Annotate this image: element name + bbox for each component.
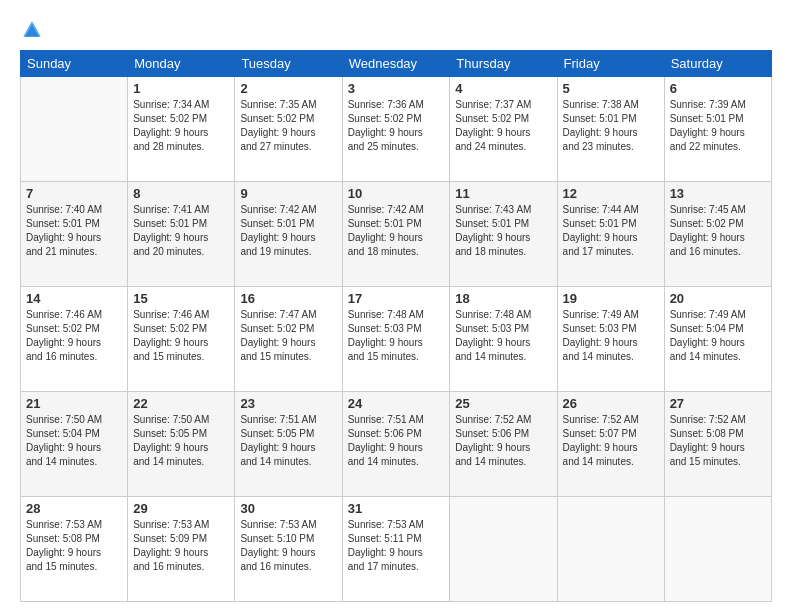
weekday-header-tuesday: Tuesday [235,51,342,77]
logo-icon [22,20,42,40]
calendar-cell: 25Sunrise: 7:52 AM Sunset: 5:06 PM Dayli… [450,392,557,497]
day-info: Sunrise: 7:49 AM Sunset: 5:03 PM Dayligh… [563,308,659,364]
day-info: Sunrise: 7:46 AM Sunset: 5:02 PM Dayligh… [133,308,229,364]
calendar-cell: 1Sunrise: 7:34 AM Sunset: 5:02 PM Daylig… [128,77,235,182]
day-info: Sunrise: 7:48 AM Sunset: 5:03 PM Dayligh… [348,308,445,364]
calendar-cell: 14Sunrise: 7:46 AM Sunset: 5:02 PM Dayli… [21,287,128,392]
day-number: 25 [455,396,551,411]
day-number: 11 [455,186,551,201]
day-number: 28 [26,501,122,516]
calendar-cell: 31Sunrise: 7:53 AM Sunset: 5:11 PM Dayli… [342,497,450,602]
calendar-cell: 8Sunrise: 7:41 AM Sunset: 5:01 PM Daylig… [128,182,235,287]
calendar-cell: 16Sunrise: 7:47 AM Sunset: 5:02 PM Dayli… [235,287,342,392]
day-info: Sunrise: 7:49 AM Sunset: 5:04 PM Dayligh… [670,308,766,364]
day-number: 17 [348,291,445,306]
day-info: Sunrise: 7:40 AM Sunset: 5:01 PM Dayligh… [26,203,122,259]
day-info: Sunrise: 7:39 AM Sunset: 5:01 PM Dayligh… [670,98,766,154]
day-number: 21 [26,396,122,411]
day-number: 30 [240,501,336,516]
logo [20,20,42,40]
day-number: 23 [240,396,336,411]
calendar-cell: 22Sunrise: 7:50 AM Sunset: 5:05 PM Dayli… [128,392,235,497]
day-number: 3 [348,81,445,96]
day-info: Sunrise: 7:35 AM Sunset: 5:02 PM Dayligh… [240,98,336,154]
week-row-2: 7Sunrise: 7:40 AM Sunset: 5:01 PM Daylig… [21,182,772,287]
day-info: Sunrise: 7:37 AM Sunset: 5:02 PM Dayligh… [455,98,551,154]
day-info: Sunrise: 7:41 AM Sunset: 5:01 PM Dayligh… [133,203,229,259]
day-info: Sunrise: 7:47 AM Sunset: 5:02 PM Dayligh… [240,308,336,364]
day-info: Sunrise: 7:42 AM Sunset: 5:01 PM Dayligh… [348,203,445,259]
day-info: Sunrise: 7:43 AM Sunset: 5:01 PM Dayligh… [455,203,551,259]
day-number: 14 [26,291,122,306]
calendar-cell: 11Sunrise: 7:43 AM Sunset: 5:01 PM Dayli… [450,182,557,287]
calendar-cell [450,497,557,602]
day-number: 12 [563,186,659,201]
day-number: 4 [455,81,551,96]
day-number: 24 [348,396,445,411]
day-info: Sunrise: 7:51 AM Sunset: 5:05 PM Dayligh… [240,413,336,469]
day-number: 6 [670,81,766,96]
weekday-header-row: SundayMondayTuesdayWednesdayThursdayFrid… [21,51,772,77]
day-info: Sunrise: 7:52 AM Sunset: 5:08 PM Dayligh… [670,413,766,469]
day-info: Sunrise: 7:44 AM Sunset: 5:01 PM Dayligh… [563,203,659,259]
day-number: 10 [348,186,445,201]
calendar-cell: 26Sunrise: 7:52 AM Sunset: 5:07 PM Dayli… [557,392,664,497]
calendar-cell: 4Sunrise: 7:37 AM Sunset: 5:02 PM Daylig… [450,77,557,182]
day-info: Sunrise: 7:52 AM Sunset: 5:06 PM Dayligh… [455,413,551,469]
calendar-cell: 18Sunrise: 7:48 AM Sunset: 5:03 PM Dayli… [450,287,557,392]
day-number: 31 [348,501,445,516]
day-info: Sunrise: 7:50 AM Sunset: 5:05 PM Dayligh… [133,413,229,469]
calendar-cell: 24Sunrise: 7:51 AM Sunset: 5:06 PM Dayli… [342,392,450,497]
calendar-cell: 6Sunrise: 7:39 AM Sunset: 5:01 PM Daylig… [664,77,771,182]
page: SundayMondayTuesdayWednesdayThursdayFrid… [0,0,792,612]
day-info: Sunrise: 7:53 AM Sunset: 5:09 PM Dayligh… [133,518,229,574]
calendar-cell: 23Sunrise: 7:51 AM Sunset: 5:05 PM Dayli… [235,392,342,497]
calendar-cell [664,497,771,602]
day-info: Sunrise: 7:34 AM Sunset: 5:02 PM Dayligh… [133,98,229,154]
day-number: 19 [563,291,659,306]
calendar-cell: 15Sunrise: 7:46 AM Sunset: 5:02 PM Dayli… [128,287,235,392]
day-number: 20 [670,291,766,306]
day-number: 2 [240,81,336,96]
calendar-cell [557,497,664,602]
day-info: Sunrise: 7:53 AM Sunset: 5:11 PM Dayligh… [348,518,445,574]
day-number: 9 [240,186,336,201]
calendar-cell: 30Sunrise: 7:53 AM Sunset: 5:10 PM Dayli… [235,497,342,602]
weekday-header-wednesday: Wednesday [342,51,450,77]
day-info: Sunrise: 7:45 AM Sunset: 5:02 PM Dayligh… [670,203,766,259]
calendar-cell: 27Sunrise: 7:52 AM Sunset: 5:08 PM Dayli… [664,392,771,497]
day-info: Sunrise: 7:48 AM Sunset: 5:03 PM Dayligh… [455,308,551,364]
week-row-5: 28Sunrise: 7:53 AM Sunset: 5:08 PM Dayli… [21,497,772,602]
week-row-3: 14Sunrise: 7:46 AM Sunset: 5:02 PM Dayli… [21,287,772,392]
calendar-cell: 28Sunrise: 7:53 AM Sunset: 5:08 PM Dayli… [21,497,128,602]
weekday-header-monday: Monday [128,51,235,77]
day-number: 7 [26,186,122,201]
header [20,20,772,40]
weekday-header-sunday: Sunday [21,51,128,77]
day-number: 1 [133,81,229,96]
calendar-cell: 29Sunrise: 7:53 AM Sunset: 5:09 PM Dayli… [128,497,235,602]
calendar-cell: 17Sunrise: 7:48 AM Sunset: 5:03 PM Dayli… [342,287,450,392]
day-number: 15 [133,291,229,306]
calendar-cell [21,77,128,182]
calendar-cell: 21Sunrise: 7:50 AM Sunset: 5:04 PM Dayli… [21,392,128,497]
calendar-cell: 12Sunrise: 7:44 AM Sunset: 5:01 PM Dayli… [557,182,664,287]
day-number: 22 [133,396,229,411]
day-number: 27 [670,396,766,411]
calendar-cell: 13Sunrise: 7:45 AM Sunset: 5:02 PM Dayli… [664,182,771,287]
day-info: Sunrise: 7:36 AM Sunset: 5:02 PM Dayligh… [348,98,445,154]
week-row-1: 1Sunrise: 7:34 AM Sunset: 5:02 PM Daylig… [21,77,772,182]
calendar-cell: 10Sunrise: 7:42 AM Sunset: 5:01 PM Dayli… [342,182,450,287]
calendar-cell: 5Sunrise: 7:38 AM Sunset: 5:01 PM Daylig… [557,77,664,182]
day-info: Sunrise: 7:50 AM Sunset: 5:04 PM Dayligh… [26,413,122,469]
day-info: Sunrise: 7:53 AM Sunset: 5:08 PM Dayligh… [26,518,122,574]
weekday-header-friday: Friday [557,51,664,77]
day-info: Sunrise: 7:46 AM Sunset: 5:02 PM Dayligh… [26,308,122,364]
week-row-4: 21Sunrise: 7:50 AM Sunset: 5:04 PM Dayli… [21,392,772,497]
day-number: 5 [563,81,659,96]
calendar-cell: 7Sunrise: 7:40 AM Sunset: 5:01 PM Daylig… [21,182,128,287]
calendar-cell: 20Sunrise: 7:49 AM Sunset: 5:04 PM Dayli… [664,287,771,392]
day-number: 8 [133,186,229,201]
day-info: Sunrise: 7:52 AM Sunset: 5:07 PM Dayligh… [563,413,659,469]
day-info: Sunrise: 7:42 AM Sunset: 5:01 PM Dayligh… [240,203,336,259]
